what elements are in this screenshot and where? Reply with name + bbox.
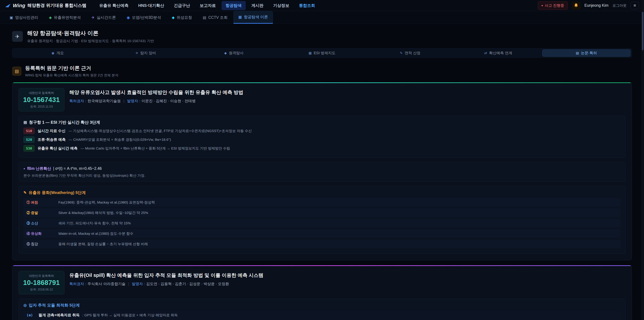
pill-detection-equipment[interactable]: ✈ 탐지 장비: [102, 50, 190, 57]
section-title: 등록특허 원문 기반 이론 근거: [25, 65, 118, 72]
patent-titlebox: 유출유(Oil spill) 확산 예측을 위한 입자 추적 모듈 최적화 방법…: [70, 271, 264, 286]
app-logo[interactable]: Wing 해양환경 위기대응 통합시스템: [5, 3, 86, 9]
step-code-badge: S20: [24, 136, 34, 143]
nav-item-board[interactable]: 게시판: [247, 1, 268, 10]
pill-diffusion-link[interactable]: ⇄ 확산예측 연계: [454, 50, 542, 57]
patent-number-badge: 대한민국 등록특허 10-1567431 등록: 2015.11.03: [18, 88, 64, 111]
weathering-stage-label: ② 증발: [26, 210, 58, 215]
weathering-stage-desc: 용해·미생물 분해, 질량 손실률 ~ 초기 누유량에 선형 비례: [58, 242, 148, 246]
fbm-description: 분수 브라운운동(fBm) 기반 무작위 확산거리 생성, 등방성(isotro…: [24, 173, 620, 178]
section-subtitle: WING 탑재 유출유 확산예측 시스템의 특허 원문 2건 전체 분석: [25, 73, 118, 78]
inventors-value: 김도연 · 김용혁 · 김춘기 · 김성운 · 박상윤 · 오정환: [146, 282, 229, 286]
tab-label: 항공탐색 이론: [244, 15, 268, 20]
pencil-icon: ✎: [24, 190, 26, 195]
pill-label: 면적 산정: [405, 51, 420, 56]
patent-card-1868791: 대한민국 등록특허 10-1868791 등록: 2018.06.12 유출유(…: [12, 265, 632, 320]
inventors-label: 발명자 :: [127, 99, 140, 103]
hamburger-menu-icon[interactable]: ≡: [630, 2, 639, 9]
tab-image-photo-management[interactable]: ▣ 영상사진관리: [5, 12, 43, 24]
pill-papers-patents[interactable]: ▤ 논문·특허: [542, 50, 630, 57]
weathering-title: 유출유 풍화(Weathering) 5단계: [28, 190, 86, 195]
patent-title: 해양 유류오염사고 발생시 효율적인 방제방안 수립을 위한 유출유 확산 예측…: [70, 89, 244, 96]
page-scrollbar[interactable]: [641, 0, 644, 320]
nav-item-aerial-search[interactable]: 항공탐색: [222, 1, 246, 10]
claim-step-row: S10 실시간 자료 수신 — 기상예측시스템·위성영상수신시스템·검조소 인터…: [24, 128, 620, 134]
optimization-title: 입자 추적 모듈 최적화 5단계: [29, 302, 80, 308]
claim-step-row: S30 유출유 확산 실시간 예측 — Monte Carlo 입자추적 + f…: [24, 145, 620, 152]
satellite-icon: ◆: [224, 51, 227, 55]
pill-esi-map[interactable]: ▦ ESI 방제지도: [278, 50, 366, 57]
inventors-label: 발명자 :: [132, 282, 145, 286]
claim-title: 청구항 1 — ESI 기반 실시간 확산 3단계: [29, 120, 100, 125]
nav-item-weather-info[interactable]: 기상정보: [269, 1, 293, 10]
incident-status-badge[interactable]: ● 사고 진행중: [538, 1, 568, 10]
logout-button[interactable]: 로그아웃: [612, 3, 626, 8]
claim-box: ▤ 청구항 1 — ESI 기반 실시간 확산 3단계 S10 실시간 자료 수…: [18, 116, 626, 158]
claim-title-row: ▤ 청구항 1 — ESI 기반 실시간 확산 3단계: [24, 120, 620, 125]
tab-label: 유출유면적분석: [54, 15, 81, 20]
pill-label: 탐지 장비: [140, 51, 156, 56]
page-header: ✈ 해양 항공탐색·원격탐사 이론 유출유 원격탐지 · 항공감시 기법 · E…: [12, 30, 632, 43]
ship-3d-icon: ◉: [126, 16, 130, 20]
optimization-box: ◎ 입자 추적 모듈 최적화 5단계 (a) 뜰개 관측+예측자료 취득 : G…: [18, 299, 626, 320]
nav-item-oil-spill-prediction[interactable]: 유출유 확산예측: [95, 1, 133, 10]
nav-item-reports[interactable]: 보고자료: [196, 1, 220, 10]
nav-item-integrated-search[interactable]: 통합조회: [295, 1, 319, 10]
owner-label: 특허권자 :: [70, 282, 86, 286]
weathering-stage-desc: 쇄파 기인, 파도에너지·유속 함수, 전체 약 15%: [58, 221, 131, 225]
claim-doc-icon: ▤: [24, 120, 27, 125]
weathering-box: ✎ 유출유 풍화(Weathering) 5단계 ① 퍼짐 Fay(1969):…: [18, 186, 626, 254]
patent-number-badge: 대한민국 등록특허 10-1868791 등록: 2018.06.12: [18, 271, 64, 294]
book-icon: ▤: [12, 67, 22, 76]
area-analysis-icon: ◈: [49, 16, 52, 20]
patent-card-1567431: 대한민국 등록특허 10-1567431 등록: 2015.11.03 해양 유…: [12, 82, 632, 260]
logo-mark: Wing: [13, 3, 25, 9]
pill-area-calculation[interactable]: ✎ 면적 산정: [366, 50, 454, 57]
step-code-badge: S10: [24, 128, 34, 134]
tab-label: 실시간드론: [96, 15, 116, 20]
step-letter: (a): [26, 313, 36, 317]
patent-country-label: 대한민국 등록특허: [23, 91, 60, 95]
pill-label: ESI 방제지도: [314, 51, 336, 56]
tab-oil-area-analysis[interactable]: ◈ 유출유면적분석: [44, 12, 86, 24]
owner-value: 한국해양과학기술원: [88, 99, 121, 103]
claim-step-row: S20 조류·취송류 예측 — CHARRY모델 조화분석 + 취송류 경험식(…: [24, 136, 620, 143]
tab-label: 영상사진관리: [15, 15, 38, 20]
weathering-row: ② 증발 Stiver & Mackay(1984) 해석적 방법, 수일~10…: [24, 208, 620, 217]
pill-label: 개요: [56, 51, 64, 56]
nav-item-emergency-rescue[interactable]: 긴급구난: [170, 1, 194, 10]
page-title: 해양 항공탐색·원격탐사 이론: [27, 30, 154, 37]
patent-titlebox: 해양 유류오염사고 발생시 효율적인 방제방안 수립을 위한 유출유 확산 예측…: [70, 88, 244, 104]
patent-reg-date: 등록: 2015.11.03: [23, 105, 60, 109]
weathering-stage-label: ③ 소산: [26, 221, 58, 225]
patent-title: 유출유(Oil spill) 확산 예측을 위한 입자 추적 모듈 최적화 방법…: [70, 272, 264, 279]
scrollbar-thumb[interactable]: [642, 12, 644, 50]
section-header: ▤ 등록특허 원문 기반 이론 근거 WING 탑재 유출유 확산예측 시스템의…: [12, 65, 632, 78]
satellite-icon: ◆: [172, 16, 174, 20]
fbm-formula: | σ²(t) = A·t^m, m=0.45~2.46: [53, 166, 102, 171]
optimization-step-row: (a) 뜰개 관측+예측자료 취득 : GPS 뜰개 투하 → 실제 이동경로 …: [24, 310, 620, 320]
step-desc: — Monte Carlo 입자추적 + fBm 난류확산 + 풍화 5단계 →…: [80, 146, 230, 151]
tab-label: 위성요청: [176, 15, 192, 20]
tab-satellite-request[interactable]: ◆ 위성요청: [167, 12, 197, 24]
pill-overview[interactable]: ◉ 개요: [14, 50, 102, 57]
map-icon: ▦: [308, 51, 312, 55]
tab-aerial-search-theory[interactable]: ▦ 항공탐색 이론: [234, 11, 273, 24]
tab-cctv-view[interactable]: ▤ CCTV 조회: [198, 12, 232, 24]
plane-icon: ✈: [136, 51, 138, 55]
nav-item-hns-atmospheric[interactable]: HNS·대기확산: [134, 1, 168, 10]
tab-label: 오염/선박3D분석: [132, 15, 161, 20]
patent-head: 대한민국 등록특허 10-1868791 등록: 2018.06.12 유출유(…: [18, 271, 626, 294]
step-code-badge: S30: [24, 145, 34, 152]
pill-remote-sensing[interactable]: ◆ 원격탐사: [190, 50, 278, 57]
step-desc: — CHARRY모델 조화분석 + 취송류 경험식(0.029×Vw, θw+1…: [69, 137, 171, 142]
notification-bell-icon[interactable]: [572, 2, 580, 10]
main-content: ✈ 해양 항공탐색·원격탐사 이론 유출유 원격탐지 · 항공감시 기법 · E…: [0, 24, 644, 320]
meta-separator: |: [128, 282, 129, 286]
tab-pollution-ship-3d[interactable]: ◉ 오염/선박3D분석: [122, 12, 166, 24]
gear-icon: ◎: [24, 303, 27, 307]
step-title: 유출유 확산 실시간 예측: [38, 146, 78, 151]
cctv-icon: ▤: [203, 16, 206, 20]
user-name: Eunjeong Kim: [584, 3, 608, 8]
tab-realtime-drone[interactable]: ✈ 실시간드론: [87, 12, 121, 24]
